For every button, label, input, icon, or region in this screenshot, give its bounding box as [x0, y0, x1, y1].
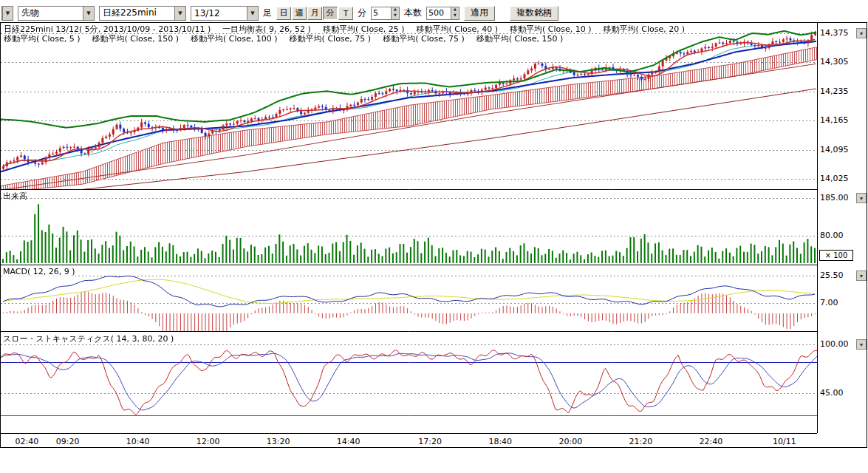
period-button-分[interactable]: 分 — [323, 7, 338, 20]
toolbar: ▼ 先物▼ 日経225mini▼ 13/12▼ 足 日週月分T 分 ▲▼ 本数 … — [0, 0, 868, 22]
time-tick-label: 21:20 — [629, 437, 652, 446]
instrument-type-value: 先物 — [21, 7, 39, 19]
spinner-arrows-icon[interactable]: ▲▼ — [391, 7, 399, 19]
time-tick-label: 12:00 — [197, 437, 220, 446]
time-tick-label: 14:40 — [337, 437, 360, 446]
macd-panel-label: MACD( 12, 26, 9 ) — [3, 267, 75, 276]
time-tick-label: 22:40 — [699, 437, 722, 446]
apply-button[interactable]: 適用 — [464, 6, 495, 21]
stoch-axis-label: 100.00 — [820, 339, 849, 349]
time-tick-label: 20:00 — [558, 437, 582, 446]
legend-item: 移動平均( Close, 150 ) — [476, 33, 564, 44]
volume-unit-badge: × 100 — [819, 250, 853, 261]
volume-axis-label: 80.00 — [820, 231, 844, 240]
contract-month-select[interactable]: 13/12▼ — [191, 6, 259, 21]
legend-item: 移動平均( Close, 20 ) — [604, 24, 686, 35]
stochastics-panel-label: スロー・ストキャスティクス( 14, 3, 80, 20 ) — [3, 333, 174, 344]
chevron-down-icon: ▼ — [2, 7, 13, 20]
bar-type-label: 足 — [263, 7, 272, 19]
instrument-type-select[interactable]: 先物▼ — [18, 6, 95, 21]
bar-count-label: 本数 — [404, 7, 422, 19]
contract-value: 13/12 — [194, 8, 220, 18]
minute-input[interactable] — [372, 7, 391, 19]
chart-frame: 日経225mini 13/12( 5分, 2013/10/09 - 2013/1… — [0, 22, 867, 448]
trading-chart-window: ▼ 先物▼ 日経225mini▼ 13/12▼ 足 日週月分T 分 ▲▼ 本数 … — [0, 0, 868, 473]
macd-axis-label: 25.50 — [820, 270, 844, 280]
scroll-down-price-button[interactable]: ▼ — [856, 28, 867, 38]
chart-canvas[interactable] — [1, 23, 817, 433]
time-tick-label: 09:20 — [56, 437, 80, 446]
price-axis-label: 14,235 — [820, 86, 849, 96]
legend-item: 移動平均( Close, 75 ) — [383, 33, 465, 44]
legend-item: 移動平均( Close, 100 ) — [191, 33, 278, 44]
minute-stepper: ▲▼ — [371, 7, 400, 20]
time-tick-label: 18:40 — [488, 437, 512, 446]
time-axis: 02:4009:2010:4012:0013:2014:4017:2018:40… — [1, 433, 817, 448]
price-axis-label: 14,165 — [820, 115, 849, 125]
stoch-axis-label: 45.00 — [820, 388, 844, 398]
chevron-down-icon: ▼ — [174, 7, 185, 20]
chevron-down-icon: ▼ — [247, 7, 258, 20]
period-button-group: 日週月分T — [276, 7, 353, 20]
volume-axis-label: 185.00 — [820, 193, 849, 203]
price-axis-label: 14,375 — [820, 28, 849, 38]
legend-item: 移動平均( Close, 150 ) — [92, 33, 180, 44]
scroll-down-volume-button[interactable]: ▼ — [856, 193, 867, 203]
scroll-down-stoch-button[interactable]: ▼ — [856, 339, 867, 350]
symbol-value: 日経225mini — [103, 7, 157, 19]
price-axis-label: 14,025 — [820, 174, 849, 183]
period-button-日[interactable]: 日 — [276, 7, 291, 20]
macd-axis-label: 7.00 — [820, 298, 838, 307]
symbol-select[interactable]: 日経225mini▼ — [99, 6, 186, 21]
time-tick-label: 02:40 — [16, 437, 39, 446]
price-axis-label: 14,095 — [820, 145, 849, 154]
price-axis-label: 14,305 — [820, 57, 849, 67]
multi-symbol-button[interactable]: 複数銘柄 — [510, 6, 558, 21]
time-tick-label: 17:20 — [418, 437, 442, 446]
minute-label: 分 — [358, 7, 366, 19]
period-button-月[interactable]: 月 — [307, 7, 322, 20]
legend-item: 移動平均( Close, 5 ) — [4, 33, 81, 44]
chevron-down-icon: ▼ — [83, 7, 94, 20]
time-tick-label: 10:40 — [126, 437, 150, 446]
scroll-down-macd-button[interactable]: ▼ — [856, 270, 867, 281]
period-button-T[interactable]: T — [338, 7, 353, 20]
legend-item: 移動平均( Close, 75 ) — [290, 33, 372, 44]
period-button-週[interactable]: 週 — [292, 7, 307, 20]
corner-dropdown[interactable]: ▼ — [1, 6, 13, 21]
spinner-arrows-icon[interactable]: ▲▼ — [451, 7, 459, 19]
time-tick-label: 10/11 — [773, 437, 796, 446]
value-axis-column: 14,37514,30514,23514,16514,09514,025185.… — [817, 23, 855, 433]
volume-panel-label: 出来高 — [3, 191, 27, 202]
time-tick-label: 13:20 — [267, 437, 290, 446]
bar-count-stepper: ▲▼ — [426, 7, 459, 20]
bar-count-input[interactable] — [427, 7, 451, 19]
legend-row-2: 移動平均( Close, 5 )移動平均( Close, 150 )移動平均( … — [4, 33, 563, 44]
scroll-arrow-column: ▼▼▼▼ — [856, 23, 867, 433]
